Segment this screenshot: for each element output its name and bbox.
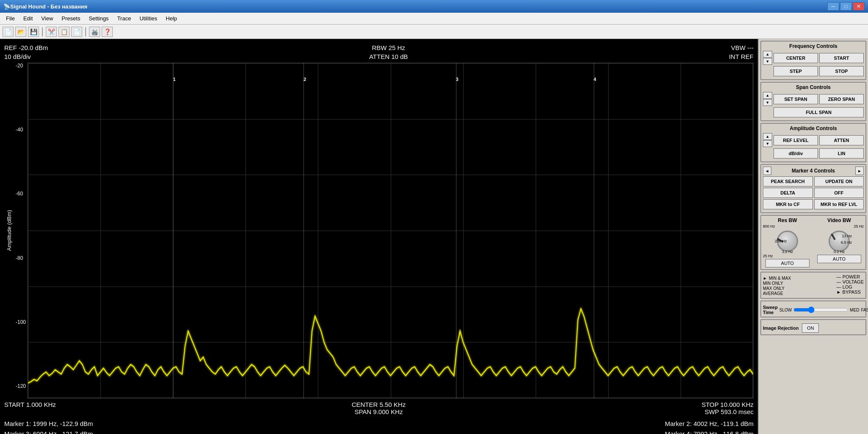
copy-button[interactable]: 📋 [58,27,70,37]
amp-ctrl-row-2: dB/div LIN [763,148,864,159]
start-label: START 1.000 KHz [4,401,56,415]
min-max-icon: ► [763,276,767,281]
marker-prev-btn[interactable]: ◄ [763,167,771,175]
new-button[interactable]: 📄 [3,27,14,37]
amp-down-btn[interactable]: ▼ [763,140,772,147]
fast-label: FAST [861,308,868,312]
db-div-button[interactable]: dB/div [773,148,818,159]
video-bw-right-label-1: 13 Hz [842,234,852,238]
update-on-button[interactable]: UPDATE ON [814,176,864,186]
start-button[interactable]: START [819,53,864,63]
peak-search-button[interactable]: PEAK SEARCH [763,176,813,186]
marker-next-btn[interactable]: ► [855,167,864,175]
menu-presets[interactable]: Presets [57,14,84,22]
span-ctrl-title: Span Controls [763,84,864,90]
min-max-label: MIN & MAX [769,276,791,281]
y-tick-1: -40 [16,127,26,133]
amp-up-btn[interactable]: ▲ [763,133,772,140]
res-bw-auto-button[interactable]: AUTO [765,259,810,267]
amp-ctrl-row: ▲ ▼ REF LEVEL ATTEN [763,133,864,147]
center-button[interactable]: CENTER [773,53,818,63]
bw-controls-row: Res BW 800 Hz 200 Hz 3.2 Hz 25 Hz AUTO V… [763,217,864,267]
y-tick-3: -80 [16,255,26,261]
sweep-time-slider[interactable] [793,306,848,313]
image-rejection-section: Image Rejection ON [760,319,866,335]
res-bw-control: Res BW 800 Hz 200 Hz 3.2 Hz 25 Hz AUTO [763,217,812,267]
marker-2-line [303,63,304,398]
y-tick-2: -60 [16,191,26,197]
int-ref-label: INT REF [729,52,754,61]
minimize-button[interactable]: ─ [827,2,839,11]
zero-span-button[interactable]: ZERO SPAN [819,94,864,104]
minmax-row-2: MIN ONLY [763,281,791,286]
span-label: SPAN 9.000 KHz [352,408,406,415]
atten-button[interactable]: ATTEN [819,135,864,145]
toolbar: 📄 📂 💾 ✂️ 📋 📄 🖨️ ❓ [0,25,868,39]
mkr-to-cf-button[interactable]: MKR to CF [763,199,813,209]
set-span-button[interactable]: SET SPAN [773,94,818,104]
power-label: — POWER [837,274,864,279]
max-only-label: MAX ONLY [763,286,785,291]
maximize-button[interactable]: □ [840,2,852,11]
y-tick-4: -100 [16,319,26,325]
span-down-btn[interactable]: ▼ [763,99,772,106]
chart-header-center: RBW 25 Hz ATTEN 10 dB [369,43,408,61]
menu-help[interactable]: Help [161,14,181,22]
freq-ctrl-title: Frequency Controls [763,43,864,49]
menu-trace[interactable]: Trace [113,14,135,22]
cut-button[interactable]: ✂️ [46,27,57,37]
freq-up-down: ▲ ▼ [763,51,772,65]
video-bw-dial-labels: 13 Hz 6.5 Hz 0.2 Hz [826,228,852,254]
chart-header: REF -20.0 dBm 10 dB/div RBW 25 Hz ATTEN … [4,43,754,61]
lin-button[interactable]: LIN [819,148,864,159]
save-button[interactable]: 💾 [28,27,39,37]
full-span-button[interactable]: FULL SPAN [773,107,864,117]
paste-button[interactable]: 📄 [71,27,82,37]
res-bw-dial-container: 200 Hz 3.2 Hz [775,228,800,254]
res-bw-bot-label: 3.2 Hz [782,250,793,254]
marker-row-3: MKR to CF MKR to REF LVL [763,199,864,209]
video-bw-dial-container: 13 Hz 6.5 Hz 0.2 Hz [826,228,852,254]
menu-edit[interactable]: Edit [19,14,37,22]
menu-file[interactable]: File [2,14,19,22]
sweep-time-section: Sweep Time SLOW MED FAST [760,300,866,317]
stop-button[interactable]: STOP [819,66,864,76]
image-rejection-on-button[interactable]: ON [802,323,819,333]
res-bw-dial-labels: 200 Hz 3.2 Hz [775,228,800,254]
menubar: File Edit View Presets Settings Trace Ut… [0,13,868,25]
freq-ctrl-row-1: ▲ ▼ CENTER START [763,51,864,65]
video-bw-top-label: 25 Hz [854,224,864,228]
menu-settings[interactable]: Settings [84,14,113,22]
center-span-labels: CENTER 5.50 KHz SPAN 9.000 KHz [352,401,406,415]
log-label: — LOG [837,284,864,289]
close-button[interactable]: ✕ [853,2,865,11]
video-bw-auto-button[interactable]: AUTO [817,255,861,263]
span-up-down: ▲ ▼ [763,92,772,106]
freq-down-btn[interactable]: ▼ [763,58,772,65]
span-up-btn[interactable]: ▲ [763,92,772,99]
sweep-time-row: Sweep Time SLOW MED FAST [763,305,864,315]
mkr-to-ref-lvl-button[interactable]: MKR to REF LVL [814,199,864,209]
open-button[interactable]: 📂 [15,27,26,37]
video-bw-title: Video BW [827,217,851,223]
amplitude-controls-section: Amplitude Controls ▲ ▼ REF LEVEL ATTEN d… [760,123,866,162]
stop-swp-labels: STOP 10.000 KHz SWP 593.0 msec [701,401,754,415]
menu-utilities[interactable]: Utilities [135,14,161,22]
ref-level-label: REF -20.0 dBm [4,43,48,52]
help-button[interactable]: ❓ [102,27,113,37]
menu-view[interactable]: View [37,14,57,22]
marker-row-1: PEAK SEARCH UPDATE ON [763,176,864,186]
swp-label: SWP 593.0 msec [701,408,754,415]
marker-1-line [173,63,173,398]
bypass-label: ► BYPASS [837,289,864,295]
freq-up-btn[interactable]: ▲ [763,51,772,58]
ref-level-button[interactable]: REF LEVEL [773,135,818,145]
delta-button[interactable]: DELTA [763,188,813,198]
step-button[interactable]: STEP [773,66,818,76]
voltage-label: — VOLTAGE [837,279,864,284]
video-bw-bot-label: 0.2 Hz [834,250,845,254]
print-button[interactable]: 🖨️ [89,27,100,37]
right-panel: Frequency Controls ▲ ▼ CENTER START STEP… [758,39,868,434]
bw-section: Res BW 800 Hz 200 Hz 3.2 Hz 25 Hz AUTO V… [760,215,866,270]
off-button[interactable]: OFF [814,188,864,198]
